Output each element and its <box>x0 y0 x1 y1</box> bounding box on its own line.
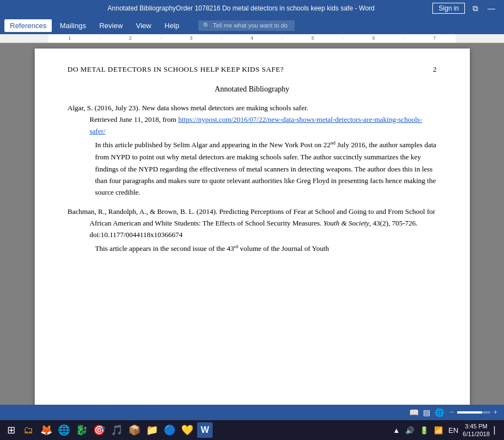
search-icon: 🔍 <box>203 22 210 29</box>
bib-annotation-1-p1: In this article published by Selim Algar… <box>95 141 331 149</box>
document-area: DO METAL DETECTORS IN SCHOOLS HELP KEEP … <box>0 43 504 405</box>
menu-bar: References Mailings Review View Help 🔍 T… <box>0 17 504 34</box>
taskbar-volume-icon[interactable]: 🔊 <box>404 425 415 436</box>
taskbar-time-display: 3:45 PM <box>463 422 490 430</box>
taskbar-app2[interactable]: 🎯 <box>91 422 107 438</box>
bib-annotation-2-p2: volume of the Journal of Youth <box>238 245 329 253</box>
search-placeholder: Tell me what you want to do <box>213 22 288 29</box>
status-right: 📖 ▤ 🌐 − + <box>409 407 498 418</box>
taskbar-app4[interactable]: 📁 <box>144 422 160 438</box>
menu-review[interactable]: Review <box>94 19 128 32</box>
zoom-slider: − + <box>448 407 498 418</box>
page-number: 2 <box>433 65 437 74</box>
window-controls: ⧉ — <box>469 4 498 13</box>
restore-button[interactable]: ⧉ <box>469 4 481 13</box>
taskbar-file-explorer[interactable]: 🗂 <box>21 422 36 438</box>
taskbar-chrome[interactable]: 🔵 <box>162 422 177 438</box>
page-header: DO METAL DETECTORS IN SCHOOLS HELP KEEP … <box>68 65 437 74</box>
taskbar-vlc[interactable]: 🎵 <box>109 422 124 438</box>
taskbar-lang-icon[interactable]: EN <box>447 425 459 436</box>
signin-button[interactable]: Sign in <box>432 3 465 14</box>
taskbar-clock: 3:45 PM 6/11/2018 <box>463 422 490 438</box>
ruler-inner: 1 · 2 · 3 · 4 · 5 · 6 · 7 <box>48 34 456 42</box>
taskbar-firefox[interactable]: 🦊 <box>39 422 54 438</box>
menu-mailings[interactable]: Mailings <box>54 19 91 32</box>
taskbar-battery-icon[interactable]: 🔋 <box>419 425 430 436</box>
bib-journal-name: Youth & Society <box>323 219 369 227</box>
bib-ref-1: Algar, S. (2016, July 23). New data show… <box>68 103 437 137</box>
taskbar-edge[interactable]: 🌐 <box>56 422 72 438</box>
title-bar-right: Sign in ⧉ — <box>432 3 498 14</box>
bib-journal-rest: , 43(2), 705-726. <box>369 219 418 227</box>
zoom-plus-button[interactable]: + <box>492 407 498 418</box>
bib-ref-2: Bachman, R., Randolph, A., & Brown, B. L… <box>68 206 437 240</box>
bib-entry-2: Bachman, R., Randolph, A., & Brown, B. L… <box>68 206 437 255</box>
taskbar-word-active[interactable]: W <box>197 422 213 438</box>
minimize-button[interactable]: — <box>484 4 498 13</box>
bib-doi: doi:10.1177/0044118x10366674 <box>90 230 183 239</box>
bib-annotation-2-p1: This article appears in the second issue… <box>95 245 234 253</box>
superscript-1: nd <box>330 140 335 146</box>
ruler: 1 · 2 · 3 · 4 · 5 · 6 · 7 <box>0 34 504 43</box>
status-bar: 📖 ▤ 🌐 − + <box>0 405 504 420</box>
web-layout-icon[interactable]: 🌐 <box>435 408 444 417</box>
page-header-title: DO METAL DETECTORS IN SCHOOLS HELP KEEP … <box>68 65 284 74</box>
title-bar-title: Annotated BibliographyOrder 1078216 Do m… <box>50 4 432 12</box>
menu-references[interactable]: References <box>4 19 52 32</box>
bib-annotation-2: This article appears in the second issue… <box>68 243 437 255</box>
bib-title: Annotated Bibliography <box>68 85 437 94</box>
taskbar-app3[interactable]: 📦 <box>127 422 142 438</box>
title-bar: Annotated BibliographyOrder 1078216 Do m… <box>0 0 504 17</box>
taskbar-app5[interactable]: 💛 <box>180 422 195 438</box>
taskbar-wifi-icon[interactable]: 📶 <box>433 425 444 436</box>
document-page: DO METAL DETECTORS IN SCHOOLS HELP KEEP … <box>35 49 470 405</box>
bib-ref-1-text: Algar, S. (2016, July 23). New data show… <box>68 104 308 112</box>
print-layout-icon[interactable]: ▤ <box>423 408 430 417</box>
bib-retrieved-label: Retrieved June 11, 2018, from <box>90 115 177 124</box>
taskbar-start-button[interactable]: ⊞ <box>3 422 19 438</box>
zoom-bar-fill <box>457 411 482 414</box>
menu-help[interactable]: Help <box>159 19 185 32</box>
taskbar-right: ▲ 🔊 🔋 📶 EN 3:45 PM 6/11/2018 ▏ <box>392 420 501 440</box>
search-box[interactable]: 🔍 Tell me what you want to do <box>198 20 295 31</box>
zoom-minus-button[interactable]: − <box>448 407 454 418</box>
taskbar-app1[interactable]: 🐉 <box>74 422 89 438</box>
ruler-numbers: 1 · 2 · 3 · 4 · 5 · 6 · 7 <box>48 35 456 41</box>
read-mode-icon[interactable]: 📖 <box>409 408 419 417</box>
zoom-bar <box>457 411 490 414</box>
taskbar-date-display: 6/11/2018 <box>463 430 490 438</box>
menu-view[interactable]: View <box>131 19 157 32</box>
taskbar-show-desktop[interactable]: ▏ <box>493 425 501 436</box>
taskbar: ⊞ 🗂 🦊 🌐 🐉 🎯 🎵 📦 📁 🔵 💛 W ▲ 🔊 🔋 📶 EN 3:45 … <box>0 420 504 440</box>
bib-entry-1: Algar, S. (2016, July 23). New data show… <box>68 103 437 198</box>
bib-annotation-1: In this article published by Selim Algar… <box>68 139 437 198</box>
taskbar-network-icon[interactable]: ▲ <box>392 425 401 436</box>
